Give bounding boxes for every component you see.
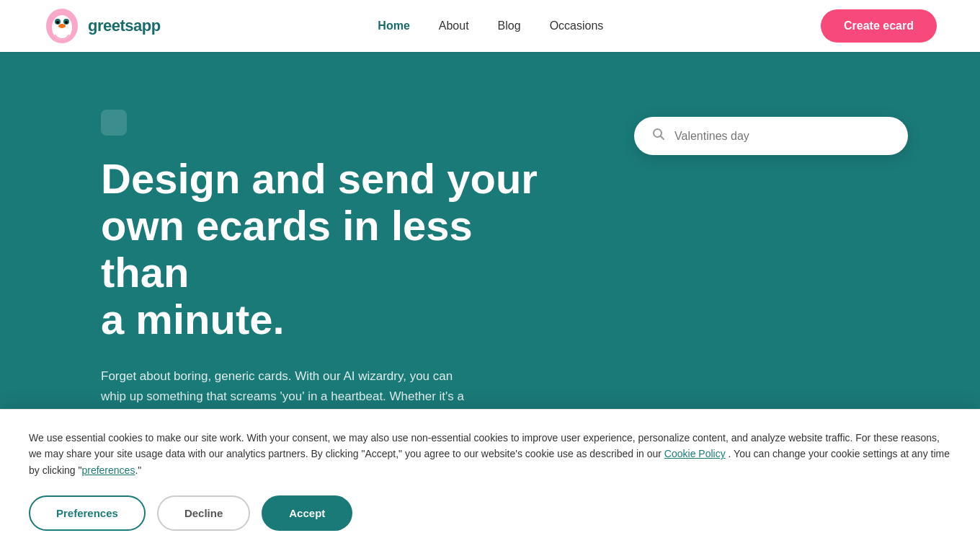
- logo-penguin-icon: [43, 7, 81, 45]
- svg-line-10: [661, 136, 664, 140]
- hero-content-right: [634, 95, 937, 155]
- cookie-buttons: Preferences Decline Accept: [29, 495, 951, 531]
- nav-about[interactable]: About: [439, 19, 469, 32]
- nav-blog[interactable]: Blog: [498, 19, 521, 32]
- svg-point-4: [56, 21, 59, 24]
- logo-text: greetsapp: [88, 17, 161, 35]
- cookie-text: We use essential cookies to make our sit…: [29, 430, 951, 478]
- hero-title: Design and send your own ecards in less …: [101, 156, 562, 343]
- svg-rect-7: [101, 110, 127, 136]
- preferences-inline-link[interactable]: preferences: [81, 464, 135, 476]
- create-ecard-button[interactable]: Create ecard: [821, 9, 937, 43]
- cookie-content: We use essential cookies to make our sit…: [29, 430, 951, 531]
- search-input[interactable]: [674, 130, 891, 143]
- svg-point-5: [65, 21, 68, 24]
- preferences-button[interactable]: Preferences: [29, 495, 146, 531]
- cookie-policy-link[interactable]: Cookie Policy: [664, 448, 726, 459]
- svg-point-6: [58, 24, 66, 28]
- accept-button[interactable]: Accept: [262, 495, 352, 531]
- nav-occasions[interactable]: Occasions: [550, 19, 604, 32]
- nav-home[interactable]: Home: [378, 19, 409, 32]
- search-box: [634, 117, 908, 155]
- decline-button[interactable]: Decline: [157, 495, 250, 531]
- navbar: greetsapp Home About Blog Occasions Crea…: [0, 0, 980, 52]
- cookie-banner: We use essential cookies to make our sit…: [0, 409, 980, 551]
- nav-links: Home About Blog Occasions: [378, 19, 603, 32]
- search-icon: [651, 127, 666, 145]
- logo-link[interactable]: greetsapp: [43, 7, 161, 45]
- hero-badge: ✨: [101, 110, 127, 138]
- hero-content-left: ✨ Design and send your own ecards in les…: [101, 95, 634, 447]
